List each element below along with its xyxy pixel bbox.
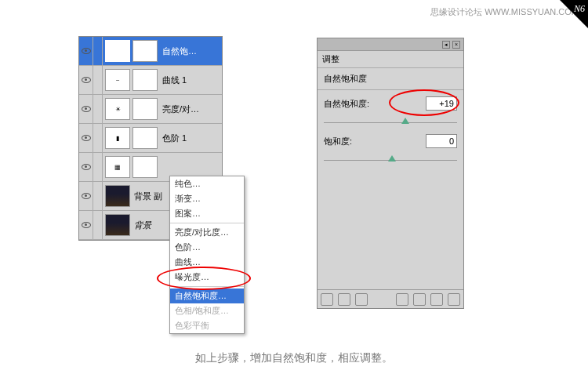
footer-icon[interactable] [338,293,350,306]
clip-icon[interactable] [396,293,408,306]
layer-row[interactable]: ▮色阶 1 [79,124,222,153]
adjustment-title: 自然饱和度 [318,68,463,90]
footer-icon[interactable] [355,293,368,306]
visibility-toggle[interactable] [79,66,93,95]
menu-separator [170,223,244,223]
footer-icon[interactable] [321,293,333,306]
saturation-row: 饱和度: [318,128,463,150]
collapse-icon[interactable]: ◂ [442,41,450,49]
visibility-icon[interactable] [430,293,443,306]
adjustments-panel: ◂ × 调整 自然饱和度 自然饱和度: 饱和度: [317,38,464,309]
layer-row[interactable]: ☀亮度/对… [79,95,222,124]
link-column [93,182,103,211]
layer-name[interactable]: 曲线 1 [161,74,222,86]
layer-row[interactable]: ~曲线 1 [79,66,222,95]
vibrance-label: 自然饱和度: [324,98,426,110]
vibrance-row: 自然饱和度: [318,90,463,112]
menu-item[interactable]: 图案… [170,206,244,221]
link-column [93,37,103,66]
panel-header: ◂ × [318,38,463,51]
layer-mask[interactable] [132,127,158,149]
layer-row[interactable]: V自然饱… [79,37,222,66]
layer-thumb[interactable]: ▮ [105,127,130,149]
menu-item[interactable]: 曲线… [170,255,244,270]
menu-item[interactable]: 曝光度… [170,270,244,285]
layer-mask[interactable] [132,156,158,178]
menu-item[interactable]: 亮度/对比度… [170,225,244,240]
link-column [93,211,103,240]
link-column [93,153,103,182]
vibrance-slider[interactable] [324,112,457,123]
close-icon[interactable]: × [452,41,460,49]
menu-item: 色彩平衡 [170,318,244,333]
saturation-slider[interactable] [324,150,457,161]
layer-thumb[interactable]: ~ [105,69,130,91]
menu-item[interactable]: 自然饱和度… [170,289,244,303]
visibility-toggle[interactable] [79,124,93,153]
menu-separator [170,286,244,287]
layer-thumb[interactable]: ☀ [105,98,130,120]
caption-text: 如上步骤，增加自然饱和度，相应调整。 [0,351,588,365]
visibility-toggle[interactable] [79,211,93,240]
link-column [93,95,103,124]
menu-item[interactable]: 色阶… [170,240,244,255]
adjustments-tab[interactable]: 调整 [318,51,463,68]
saturation-label: 饱和度: [324,136,426,147]
saturation-input[interactable] [426,134,457,148]
visibility-toggle[interactable] [79,37,93,66]
watermark-text: 思缘设计论坛 WWW.MISSYUAN.COM [430,6,579,18]
layer-name[interactable]: 色阶 1 [161,132,222,144]
menu-item[interactable]: 纯色… [170,176,244,191]
menu-item: 色相/饱和度… [170,303,244,318]
layer-mask[interactable] [132,98,158,120]
layer-name[interactable]: 亮度/对… [161,103,222,115]
reset-icon[interactable] [413,293,426,306]
layer-mask[interactable] [132,40,158,62]
layer-thumb[interactable]: V [105,40,130,62]
vibrance-input[interactable] [426,96,457,111]
panel-footer [318,289,463,308]
layer-mask[interactable] [132,69,158,91]
layer-name[interactable]: 自然饱… [161,45,222,57]
visibility-toggle[interactable] [79,95,93,124]
visibility-toggle[interactable] [79,182,93,211]
trash-icon[interactable] [448,293,460,306]
corner-text: N6 [574,3,585,15]
layer-thumb[interactable] [105,214,130,236]
link-column [93,66,103,95]
visibility-toggle[interactable] [79,153,93,182]
link-column [93,124,103,153]
layer-thumb[interactable] [105,185,130,207]
menu-item[interactable]: 渐变… [170,191,244,206]
layer-thumb[interactable]: ▦ [105,156,130,178]
context-menu: 纯色…渐变…图案…亮度/对比度…色阶…曲线…曝光度…自然饱和度…色相/饱和度…色… [169,176,245,334]
